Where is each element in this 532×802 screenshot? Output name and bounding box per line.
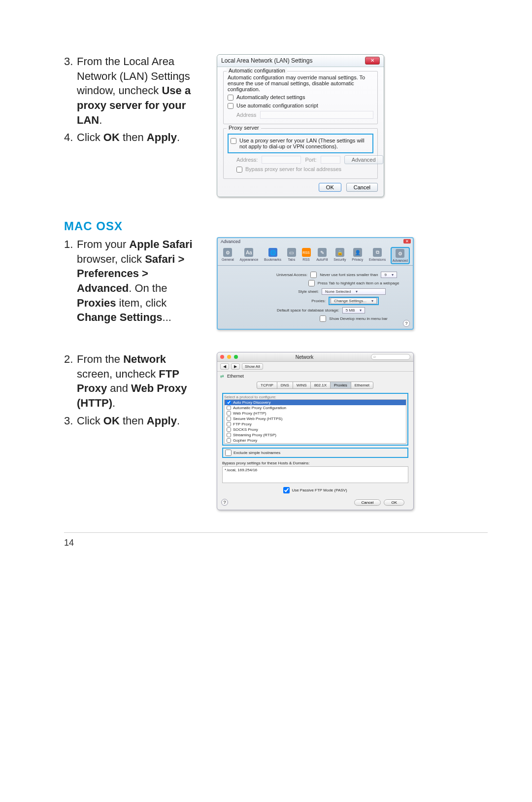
- forward-button[interactable]: ▶: [231, 363, 240, 370]
- preference-tabs: ⚙GeneralAaAppearance🌐Bookmarks▭TabsRSSRS…: [218, 245, 413, 266]
- protocol-ftp-proxy[interactable]: FTP Proxy: [225, 421, 406, 427]
- extensions-icon: ⧉: [373, 248, 382, 257]
- pref-tab-bookmarks[interactable]: 🌐Bookmarks: [263, 247, 282, 264]
- use-proxy-checkbox[interactable]: Use a proxy server for your LAN (These s…: [231, 138, 370, 149]
- privacy-icon: 👤: [353, 248, 362, 257]
- close-icon[interactable]: ✕: [365, 57, 380, 65]
- safari-advanced-dialog: ✕ Advanced ⚙GeneralAaAppearance🌐Bookmark…: [217, 237, 414, 330]
- passive-ftp-checkbox[interactable]: [283, 487, 290, 493]
- advanced-button[interactable]: Advanced: [344, 155, 383, 164]
- protocol-list: Auto Proxy DiscoveryAutomatic Proxy Conf…: [224, 399, 406, 444]
- ok-button[interactable]: OK: [319, 183, 341, 192]
- bypass-hosts-textarea[interactable]: *.local, 169.254/16: [222, 466, 408, 483]
- auto-detect-checkbox[interactable]: Automatically detect settings: [228, 94, 373, 101]
- proxy-port-input[interactable]: [321, 156, 340, 164]
- instructions-block-1: 3. From the Local Area Network (LAN) Set…: [64, 54, 202, 197]
- pref-tab-autofill[interactable]: ✎AutoFill: [315, 247, 329, 264]
- lan-settings-dialog: Local Area Network (LAN) Settings ✕ Auto…: [217, 54, 384, 197]
- pref-tab-extensions[interactable]: ⧉Extensions: [368, 247, 387, 264]
- tab-8021x[interactable]: 802.1X: [310, 382, 331, 389]
- tab-highlight-checkbox[interactable]: [308, 280, 315, 286]
- pref-tab-advanced[interactable]: ⚙Advanced: [391, 247, 410, 264]
- proxy-address-input[interactable]: [262, 156, 301, 164]
- security-icon: 🔒: [335, 248, 344, 257]
- divider: [64, 532, 488, 533]
- protocol-secure-web-proxy-https-[interactable]: Secure Web Proxy (HTTPS): [225, 416, 406, 421]
- tab-wins[interactable]: WINS: [293, 382, 311, 389]
- develop-menu-checkbox[interactable]: [320, 315, 326, 322]
- pref-tab-privacy[interactable]: 👤Privacy: [351, 247, 364, 264]
- tabs-icon: ▭: [287, 248, 296, 257]
- network-proxies-dialog: Network ◀ ▶ Show All ⇄Ethernet TCP/IPDNS…: [217, 352, 414, 510]
- ok-button[interactable]: OK: [384, 499, 404, 506]
- auto-config-script-checkbox[interactable]: Use automatic configuration script: [228, 103, 373, 109]
- min-font-checkbox[interactable]: [310, 272, 317, 278]
- tab-dns[interactable]: DNS: [277, 382, 293, 389]
- pref-tab-appearance[interactable]: AaAppearance: [239, 247, 260, 264]
- help-icon[interactable]: ?: [403, 320, 410, 327]
- pref-tab-general[interactable]: ⚙General: [221, 247, 235, 264]
- protocol-socks-proxy[interactable]: SOCKS Proxy: [225, 427, 406, 432]
- tab-proxies[interactable]: Proxies: [330, 382, 351, 389]
- rss-icon: RSS: [302, 248, 311, 257]
- zoom-dot-icon[interactable]: [234, 355, 238, 359]
- cancel-button[interactable]: Cancel: [354, 499, 381, 506]
- exclude-hostnames-checkbox[interactable]: Exclude simple hostnames: [222, 448, 408, 458]
- protocol-web-proxy-http-[interactable]: Web Proxy (HTTP): [225, 411, 406, 416]
- close-dot-icon[interactable]: [220, 355, 224, 359]
- protocol-automatic-proxy-configuration[interactable]: Automatic Proxy Configuration: [225, 405, 406, 411]
- proxies-tabs: TCP/IPDNSWINS802.1XProxiesEthernet: [217, 382, 413, 389]
- cancel-button[interactable]: Cancel: [346, 183, 378, 192]
- instructions-block-2: 1. From your Apple Safari browser, click…: [64, 237, 202, 330]
- tab-tcpip[interactable]: TCP/IP: [257, 382, 277, 389]
- pref-tab-tabs[interactable]: ▭Tabs: [286, 247, 297, 264]
- back-button[interactable]: ◀: [220, 363, 229, 370]
- protocol-streaming-proxy-rtsp-[interactable]: Streaming Proxy (RTSP): [225, 432, 406, 438]
- bookmarks-icon: 🌐: [268, 248, 277, 257]
- appearance-icon: Aa: [244, 248, 253, 257]
- dialog-title: Local Area Network (LAN) Settings: [221, 57, 312, 64]
- help-icon[interactable]: ?: [221, 499, 228, 506]
- autofill-icon: ✎: [318, 248, 327, 257]
- stylesheet-select[interactable]: None Selected: [322, 288, 386, 295]
- tab-ethernet[interactable]: Ethernet: [351, 382, 373, 389]
- bypass-local-checkbox[interactable]: Bypass proxy server for local addresses: [236, 166, 373, 173]
- min-font-select[interactable]: 9: [381, 272, 397, 278]
- db-storage-select[interactable]: 5 MB: [342, 307, 366, 314]
- change-settings-button[interactable]: Change Settings...: [331, 298, 377, 304]
- pref-tab-rss[interactable]: RSSRSS: [301, 247, 312, 264]
- minimize-dot-icon[interactable]: [227, 355, 231, 359]
- address-input[interactable]: [260, 111, 373, 119]
- general-icon: ⚙: [223, 248, 232, 257]
- page-number: 14: [64, 538, 488, 548]
- close-icon[interactable]: ✕: [403, 239, 411, 244]
- search-input[interactable]: [371, 354, 410, 360]
- show-all-button[interactable]: Show All: [242, 363, 263, 370]
- protocol-gopher-proxy[interactable]: Gopher Proxy: [225, 438, 406, 443]
- pref-tab-security[interactable]: 🔒Security: [332, 247, 347, 264]
- advanced-icon: ⚙: [396, 249, 404, 258]
- macosx-heading: MAC OSX: [64, 219, 488, 233]
- instructions-block-3: 2. From the Network screen, uncheck FTP …: [64, 352, 202, 510]
- protocol-auto-proxy-discovery[interactable]: Auto Proxy Discovery: [225, 400, 406, 405]
